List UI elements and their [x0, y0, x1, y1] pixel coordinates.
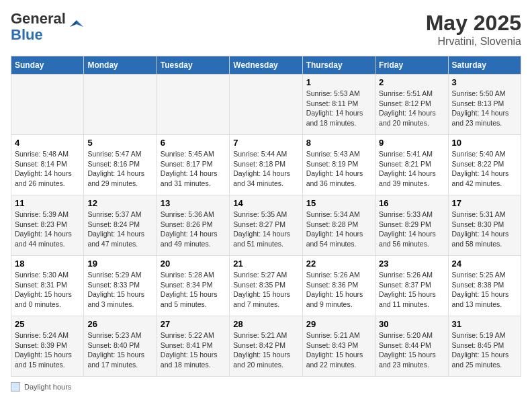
calendar-cell: 31Sunrise: 5:19 AM Sunset: 8:45 PM Dayli…: [448, 316, 521, 377]
calendar-cell: 12Sunrise: 5:37 AM Sunset: 8:24 PM Dayli…: [84, 195, 157, 256]
day-info: Sunrise: 5:44 AM Sunset: 8:18 PM Dayligh…: [233, 149, 298, 189]
calendar-cell: 16Sunrise: 5:33 AM Sunset: 8:29 PM Dayli…: [375, 195, 448, 256]
day-info: Sunrise: 5:24 AM Sunset: 8:39 PM Dayligh…: [15, 330, 80, 370]
day-info: Sunrise: 5:39 AM Sunset: 8:23 PM Dayligh…: [15, 210, 80, 249]
calendar-week-row: 25Sunrise: 5:24 AM Sunset: 8:39 PM Dayli…: [11, 316, 521, 377]
day-info: Sunrise: 5:23 AM Sunset: 8:40 PM Dayligh…: [87, 330, 152, 370]
calendar-cell: 1Sunrise: 5:53 AM Sunset: 8:11 PM Daylig…: [302, 75, 375, 135]
calendar-cell: 10Sunrise: 5:40 AM Sunset: 8:22 PM Dayli…: [448, 135, 521, 195]
day-info: Sunrise: 5:19 AM Sunset: 8:45 PM Dayligh…: [452, 330, 517, 370]
calendar-cell: 4Sunrise: 5:48 AM Sunset: 8:14 PM Daylig…: [11, 135, 84, 195]
logo-icon: [67, 17, 86, 36]
day-header-thursday: Thursday: [302, 56, 375, 75]
day-info: Sunrise: 5:40 AM Sunset: 8:22 PM Dayligh…: [452, 149, 517, 189]
day-header-tuesday: Tuesday: [157, 56, 229, 75]
day-info: Sunrise: 5:25 AM Sunset: 8:38 PM Dayligh…: [452, 270, 517, 310]
calendar-cell: 24Sunrise: 5:25 AM Sunset: 8:38 PM Dayli…: [448, 256, 521, 316]
day-info: Sunrise: 5:43 AM Sunset: 8:19 PM Dayligh…: [306, 149, 371, 189]
day-number: 26: [87, 319, 152, 329]
calendar-cell: 26Sunrise: 5:23 AM Sunset: 8:40 PM Dayli…: [84, 316, 157, 377]
day-number: 24: [452, 259, 517, 269]
calendar-cell: 30Sunrise: 5:20 AM Sunset: 8:44 PM Dayli…: [375, 316, 448, 377]
footer-label: Daylight hours: [24, 383, 71, 391]
calendar-week-row: 4Sunrise: 5:48 AM Sunset: 8:14 PM Daylig…: [11, 135, 521, 195]
calendar-cell: [230, 75, 302, 135]
calendar-cell: 14Sunrise: 5:35 AM Sunset: 8:27 PM Dayli…: [230, 195, 302, 256]
day-info: Sunrise: 5:37 AM Sunset: 8:24 PM Dayligh…: [87, 210, 152, 249]
day-number: 10: [452, 138, 517, 148]
calendar-cell: 29Sunrise: 5:21 AM Sunset: 8:43 PM Dayli…: [302, 316, 375, 377]
calendar-cell: 28Sunrise: 5:21 AM Sunset: 8:42 PM Dayli…: [230, 316, 302, 377]
day-number: 27: [161, 319, 226, 329]
day-number: 2: [379, 77, 444, 87]
day-info: Sunrise: 5:26 AM Sunset: 8:37 PM Dayligh…: [379, 270, 444, 310]
page-subtitle: Hrvatini, Slovenia: [426, 36, 521, 48]
day-number: 17: [452, 198, 517, 208]
calendar-cell: 23Sunrise: 5:26 AM Sunset: 8:37 PM Dayli…: [375, 256, 448, 316]
day-header-sunday: Sunday: [11, 56, 84, 75]
day-number: 8: [306, 138, 371, 148]
title-block: May 2025 Hrvatini, Slovenia: [426, 11, 521, 48]
calendar-cell: 17Sunrise: 5:31 AM Sunset: 8:30 PM Dayli…: [448, 195, 521, 256]
day-info: Sunrise: 5:33 AM Sunset: 8:29 PM Dayligh…: [379, 210, 444, 249]
day-header-friday: Friday: [375, 56, 448, 75]
day-info: Sunrise: 5:53 AM Sunset: 8:11 PM Dayligh…: [306, 89, 371, 128]
calendar-header-row: SundayMondayTuesdayWednesdayThursdayFrid…: [11, 56, 521, 75]
calendar-cell: 9Sunrise: 5:41 AM Sunset: 8:21 PM Daylig…: [375, 135, 448, 195]
day-number: 31: [452, 319, 517, 329]
day-info: Sunrise: 5:28 AM Sunset: 8:34 PM Dayligh…: [161, 270, 226, 310]
day-info: Sunrise: 5:21 AM Sunset: 8:43 PM Dayligh…: [306, 330, 371, 370]
day-info: Sunrise: 5:21 AM Sunset: 8:42 PM Dayligh…: [233, 330, 298, 370]
day-number: 15: [306, 198, 371, 208]
day-info: Sunrise: 5:47 AM Sunset: 8:16 PM Dayligh…: [87, 149, 152, 189]
day-info: Sunrise: 5:51 AM Sunset: 8:12 PM Dayligh…: [379, 89, 444, 128]
day-info: Sunrise: 5:22 AM Sunset: 8:41 PM Dayligh…: [161, 330, 226, 370]
day-info: Sunrise: 5:26 AM Sunset: 8:36 PM Dayligh…: [306, 270, 371, 310]
day-info: Sunrise: 5:36 AM Sunset: 8:26 PM Dayligh…: [161, 210, 226, 249]
calendar-cell: 3Sunrise: 5:50 AM Sunset: 8:13 PM Daylig…: [448, 75, 521, 135]
day-number: 7: [233, 138, 298, 148]
page-title: May 2025: [426, 11, 521, 36]
day-number: 11: [15, 198, 80, 208]
calendar-cell: 5Sunrise: 5:47 AM Sunset: 8:16 PM Daylig…: [84, 135, 157, 195]
day-info: Sunrise: 5:31 AM Sunset: 8:30 PM Dayligh…: [452, 210, 517, 249]
day-number: 4: [15, 138, 80, 148]
calendar-cell: 27Sunrise: 5:22 AM Sunset: 8:41 PM Dayli…: [157, 316, 229, 377]
logo: General Blue: [11, 11, 86, 43]
calendar-cell: 20Sunrise: 5:28 AM Sunset: 8:34 PM Dayli…: [157, 256, 229, 316]
calendar-cell: 11Sunrise: 5:39 AM Sunset: 8:23 PM Dayli…: [11, 195, 84, 256]
calendar-cell: [157, 75, 229, 135]
daylight-legend-box: [11, 382, 20, 392]
day-number: 21: [233, 259, 298, 269]
calendar-cell: 21Sunrise: 5:27 AM Sunset: 8:35 PM Dayli…: [230, 256, 302, 316]
day-number: 16: [379, 198, 444, 208]
day-info: Sunrise: 5:27 AM Sunset: 8:35 PM Dayligh…: [233, 270, 298, 310]
calendar-cell: 13Sunrise: 5:36 AM Sunset: 8:26 PM Dayli…: [157, 195, 229, 256]
day-number: 5: [87, 138, 152, 148]
logo-blue-text: Blue: [11, 26, 43, 43]
day-number: 6: [161, 138, 226, 148]
day-header-wednesday: Wednesday: [230, 56, 302, 75]
day-number: 23: [379, 259, 444, 269]
day-number: 25: [15, 319, 80, 329]
calendar-week-row: 1Sunrise: 5:53 AM Sunset: 8:11 PM Daylig…: [11, 75, 521, 135]
calendar-cell: 22Sunrise: 5:26 AM Sunset: 8:36 PM Dayli…: [302, 256, 375, 316]
calendar-week-row: 18Sunrise: 5:30 AM Sunset: 8:31 PM Dayli…: [11, 256, 521, 316]
calendar-cell: [11, 75, 84, 135]
day-info: Sunrise: 5:45 AM Sunset: 8:17 PM Dayligh…: [161, 149, 226, 189]
day-info: Sunrise: 5:41 AM Sunset: 8:21 PM Dayligh…: [379, 149, 444, 189]
day-info: Sunrise: 5:34 AM Sunset: 8:28 PM Dayligh…: [306, 210, 371, 249]
calendar-table: SundayMondayTuesdayWednesdayThursdayFrid…: [11, 56, 521, 377]
day-number: 19: [87, 259, 152, 269]
day-number: 9: [379, 138, 444, 148]
day-number: 12: [87, 198, 152, 208]
calendar-cell: [84, 75, 157, 135]
calendar-cell: 18Sunrise: 5:30 AM Sunset: 8:31 PM Dayli…: [11, 256, 84, 316]
calendar-cell: 7Sunrise: 5:44 AM Sunset: 8:18 PM Daylig…: [230, 135, 302, 195]
logo-general-text: General: [11, 10, 66, 27]
calendar-cell: 8Sunrise: 5:43 AM Sunset: 8:19 PM Daylig…: [302, 135, 375, 195]
day-number: 28: [233, 319, 298, 329]
day-info: Sunrise: 5:48 AM Sunset: 8:14 PM Dayligh…: [15, 149, 80, 189]
day-info: Sunrise: 5:50 AM Sunset: 8:13 PM Dayligh…: [452, 89, 517, 128]
day-number: 20: [161, 259, 226, 269]
